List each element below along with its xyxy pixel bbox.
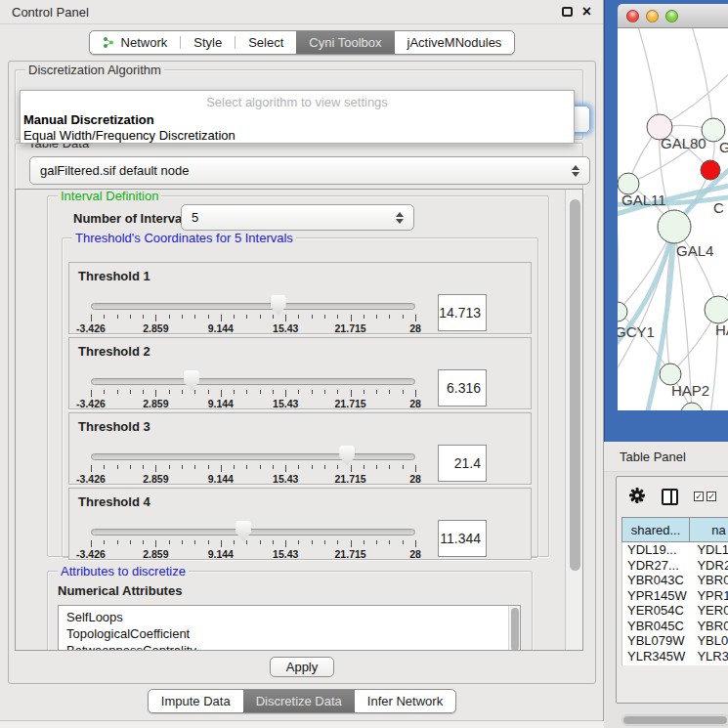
table-cell[interactable]: YBR04 (690, 619, 728, 634)
table-cell[interactable]: YDR27... (622, 558, 690, 574)
tab-cyni-toolbox[interactable]: Cyni Toolbox (296, 31, 394, 54)
table-cell[interactable]: YDL19 (690, 542, 728, 558)
slider-tick (194, 390, 195, 394)
network-canvas[interactable]: GAL80GACGAL11GAL4GCY1HAHAP2 (618, 28, 728, 410)
table-cell[interactable]: YBR043C (622, 573, 690, 588)
threshold-value-field[interactable]: 14.713 (438, 294, 487, 331)
tab-select[interactable]: Select (236, 31, 296, 54)
slider-thumb[interactable] (184, 370, 199, 391)
numerical-attributes-label: Numerical Attributes (58, 583, 182, 598)
table-row[interactable]: YDL19...YDL19 (622, 542, 728, 558)
attribute-list-item[interactable]: TopologicalCoefficient (66, 625, 520, 642)
list-scrollbar[interactable] (508, 606, 520, 651)
table-row[interactable]: YBR045CYBR04 (622, 619, 728, 634)
numerical-attributes-list[interactable]: SelfLoopsTopologicalCoefficientBetweenne… (58, 605, 521, 651)
table-horizontal-scrollbar[interactable] (621, 714, 728, 726)
slider-track[interactable] (91, 378, 415, 385)
table-row[interactable]: YBR043CYBR04 (622, 573, 728, 588)
tab-network[interactable]: Network (90, 31, 181, 54)
threshold-value-field[interactable]: 21.4 (438, 445, 487, 482)
float-window-icon[interactable] (562, 7, 573, 17)
network-node[interactable] (705, 296, 728, 323)
slider-tick-label: 21.715 (335, 473, 366, 485)
threshold-label: Threshold 3 (78, 419, 150, 434)
table-data-group: Table Data galFiltered.sif default node (15, 143, 583, 193)
network-edge[interactable] (618, 175, 619, 312)
tab-discretize-data[interactable]: Discretize Data (243, 690, 355, 712)
table-cell[interactable]: YIL052C (622, 664, 690, 665)
table-column-header[interactable]: shared... (621, 517, 690, 542)
network-node[interactable] (658, 210, 691, 243)
tab-infer-network[interactable]: Infer Network (355, 690, 455, 712)
mac-minimize-button[interactable] (646, 10, 659, 22)
table-row[interactable]: YER054CYER05 (622, 603, 728, 619)
table-cell[interactable]: YLR345W (622, 649, 690, 664)
slider-tick (246, 540, 247, 544)
checkbox-icon[interactable]: ✓ (694, 492, 704, 501)
table-cell[interactable]: YBL07 (690, 633, 728, 649)
slider-tick (91, 390, 92, 397)
slider-tick (415, 540, 416, 547)
slider-track[interactable] (91, 303, 415, 310)
slider-tick-label: 2.859 (143, 398, 168, 409)
mac-close-button[interactable] (626, 10, 639, 22)
slider-track[interactable] (91, 529, 415, 535)
table-cell[interactable]: YBL079W (622, 633, 690, 649)
number-of-intervals-combo[interactable]: 5 (181, 204, 414, 231)
network-node-label: GAL4 (676, 242, 713, 259)
attribute-list-item[interactable]: SelfLoops (66, 609, 520, 625)
network-window-titlebar[interactable] (618, 4, 728, 28)
threshold-value-field[interactable]: 11.344 (438, 520, 487, 557)
close-icon[interactable]: × (582, 5, 591, 19)
table-row[interactable]: YLR345WYLR34 (622, 649, 728, 664)
attribute-list-item[interactable]: BetweennessCentrality (66, 642, 520, 651)
network-node[interactable] (681, 403, 703, 410)
threshold-panel: Threshold 4-3.4262.8599.14415.4321.71528… (68, 488, 532, 560)
group-title: Interval Definition (58, 189, 161, 203)
slider-thumb[interactable] (271, 295, 286, 316)
table-cell[interactable]: YPR145W (622, 588, 690, 604)
table-row[interactable]: YBL079WYBL07 (622, 633, 728, 649)
mac-zoom-button[interactable] (665, 10, 678, 22)
table-cell[interactable]: YPR14 (690, 588, 728, 604)
slider-thumb[interactable] (236, 521, 251, 541)
table-cell[interactable]: YDR27 (690, 558, 728, 574)
slider-tick (337, 315, 338, 319)
table-row[interactable]: YIL052CYIL05 (622, 664, 728, 665)
table-cell[interactable]: YIL05 (690, 664, 728, 665)
checkbox-icon[interactable]: ✓ (707, 492, 716, 501)
tab-style[interactable]: Style (181, 31, 235, 54)
network-edge[interactable] (691, 28, 713, 130)
table-cell[interactable]: YBR04 (690, 573, 728, 588)
table-scrollbar-thumb[interactable] (623, 716, 727, 724)
tab-jactivemnodules[interactable]: jActiveMNodules (395, 31, 515, 54)
table-cell[interactable]: YER05 (690, 603, 728, 619)
dropdown-option-equal-width-frequency[interactable]: Equal Width/Frequency Discretization (21, 128, 574, 144)
slider-tick (143, 390, 144, 394)
table-data-combo[interactable]: galFiltered.sif default node (29, 156, 590, 185)
network-node[interactable] (701, 160, 720, 180)
slider-track[interactable] (91, 453, 415, 460)
slider-thumb[interactable] (339, 446, 355, 466)
list-scrollbar-thumb[interactable] (511, 608, 519, 651)
network-edge[interactable] (660, 67, 728, 127)
settings-scrollbar[interactable] (565, 190, 583, 650)
slider-tick (376, 315, 377, 319)
settings-scrollbar-thumb[interactable] (570, 199, 580, 571)
gear-icon[interactable] (628, 487, 646, 507)
slider-tick (130, 540, 131, 544)
split-columns-icon[interactable] (662, 489, 678, 505)
table-column-header[interactable]: na (690, 517, 728, 542)
threshold-value-field[interactable]: 6.316 (438, 369, 487, 407)
table-cell[interactable]: YER054C (622, 603, 690, 619)
apply-button[interactable]: Apply (270, 657, 334, 677)
table-row[interactable]: YDR27...YDR27 (622, 558, 728, 574)
table-cell[interactable]: YDL19... (622, 542, 690, 558)
table-cell[interactable]: YBR045C (622, 619, 690, 634)
network-edge[interactable] (637, 28, 660, 127)
dropdown-option-manual-discretization[interactable]: Manual Discretization (21, 112, 574, 128)
tab-impute-data[interactable]: Impute Data (149, 690, 243, 712)
table-row[interactable]: YPR145WYPR14 (622, 588, 728, 604)
table-cell[interactable]: YLR34 (690, 649, 728, 664)
slider-tick (221, 390, 222, 397)
